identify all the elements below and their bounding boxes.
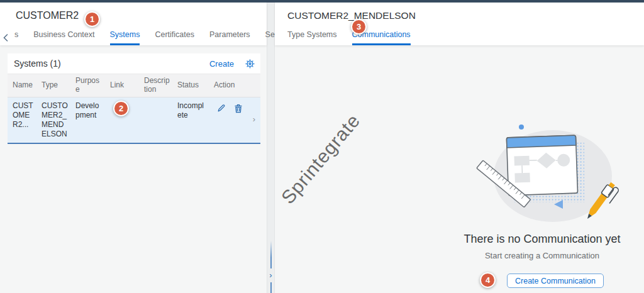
cell-name: CUSTOMER2...: [8, 97, 36, 143]
left-tabstrip: s Business Context Systems Certificates …: [0, 29, 267, 45]
left-panel-header: CUSTOMER2 s Business Context Systems Cer…: [0, 3, 267, 45]
systems-table-header: Name Type Purpose Link Description Statu…: [8, 74, 260, 97]
systems-table-title: Systems (1): [14, 58, 209, 69]
gear-icon[interactable]: [245, 59, 255, 69]
chevron-right-icon[interactable]: ›: [267, 270, 274, 280]
tab-certificates[interactable]: Certificates: [155, 30, 194, 45]
systems-toolbar: Systems (1) Create: [8, 53, 260, 74]
splitter-grip-line: [270, 282, 272, 293]
create-communication-button[interactable]: Create Communication: [507, 274, 604, 288]
column-header-type: Type: [36, 74, 70, 97]
trash-icon[interactable]: [234, 104, 243, 139]
column-header-action: Action: [209, 74, 248, 97]
left-panel-content: Systems (1) Create: [0, 45, 267, 293]
cell-actions: [209, 97, 248, 143]
cell-type: CUSTOMER2_MENDELSON: [36, 97, 70, 143]
empty-state-title: There is no Communication yet: [438, 233, 644, 246]
column-header-status: Status: [172, 74, 209, 97]
tab-type-systems[interactable]: Type Systems: [287, 30, 337, 45]
splitter-grip-line: [270, 241, 272, 268]
cell-status: Incomplete: [172, 97, 209, 143]
window-icon: [506, 135, 577, 196]
tab-business-context[interactable]: Business Context: [33, 30, 94, 45]
tab-parameters[interactable]: Parameters: [209, 30, 250, 45]
cell-purpose: Development: [70, 97, 105, 143]
right-tabstrip: Type Systems Communications: [275, 29, 644, 45]
annotation-badge-3: 3: [351, 19, 367, 35]
empty-state-illustration: [473, 114, 619, 228]
tab-systems[interactable]: Systems: [110, 30, 140, 45]
chevron-left-icon[interactable]: [3, 34, 8, 41]
panel-splitter[interactable]: ›: [267, 3, 275, 293]
column-header-name: Name: [8, 74, 36, 97]
right-panel-title: CUSTOMER2_MENDELSON: [275, 3, 644, 21]
tab-truncated[interactable]: s: [14, 30, 18, 45]
left-panel-customer: CUSTOMER2 s Business Context Systems Cer…: [0, 3, 267, 293]
column-header-description: Description: [139, 74, 172, 97]
annotation-badge-4: 4: [480, 272, 496, 288]
cell-description: [139, 97, 172, 143]
left-panel-title: CUSTOMER2: [0, 3, 267, 21]
annotation-badge-2: 2: [113, 101, 129, 116]
column-header-purpose: Purpose: [70, 74, 105, 97]
column-header-spacer: [248, 74, 260, 97]
pencil-icon[interactable]: [217, 104, 226, 139]
systems-table-card: Systems (1) Create: [8, 53, 260, 144]
empty-state-subtitle: Start creating a Communication: [438, 251, 644, 260]
blue-dot-icon: [519, 124, 524, 130]
right-panel-header: CUSTOMER2_MENDELSON Type Systems Communi…: [275, 3, 644, 45]
chevron-right-icon[interactable]: ›: [248, 97, 260, 143]
create-system-button[interactable]: Create: [209, 59, 234, 69]
annotation-badge-1: 1: [84, 11, 100, 27]
column-header-link: Link: [105, 74, 139, 97]
table-row[interactable]: CUSTOMER2... CUSTOMER2_MENDELSON Develop…: [8, 97, 260, 144]
